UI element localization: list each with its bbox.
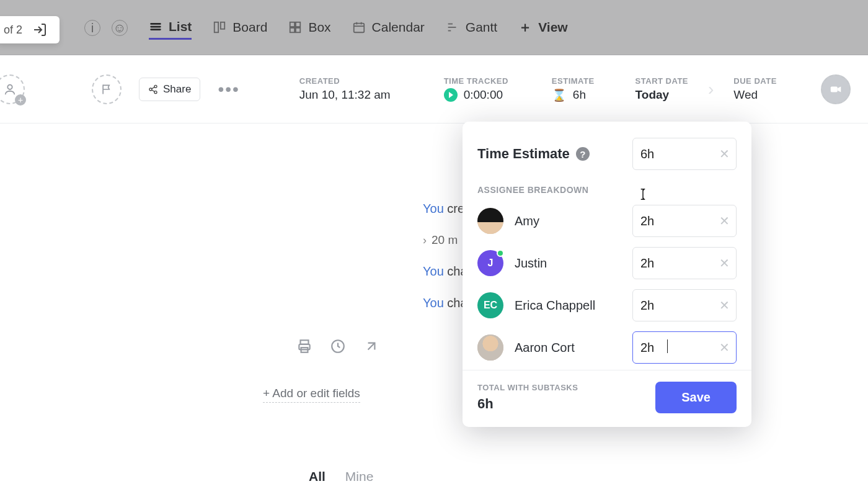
expand-icon[interactable] [363, 338, 379, 354]
clear-icon[interactable]: ✕ [719, 256, 730, 271]
presence-dot [497, 249, 504, 257]
svg-rect-9 [353, 24, 364, 33]
total-label: TOTAL WITH SUBTASKS [477, 383, 578, 392]
start-date-block[interactable]: START DATE Today [636, 76, 688, 102]
assignee-name: Aaron Cort [515, 341, 621, 355]
assignee-row: Amy ✕ [477, 205, 737, 237]
svg-line-20 [152, 87, 155, 89]
tab-board[interactable]: Board [213, 20, 267, 35]
tab-calendar[interactable]: Calendar [352, 20, 425, 35]
video-icon [829, 83, 843, 96]
assignee-name: Justin [515, 256, 621, 271]
clear-icon[interactable]: ✕ [719, 340, 730, 355]
list-icon [149, 20, 162, 34]
text-cursor-icon [636, 187, 650, 201]
svg-rect-5 [290, 22, 294, 27]
user-icon [3, 83, 17, 96]
tab-all[interactable]: All [309, 469, 326, 484]
tab-gantt[interactable]: Gantt [446, 20, 497, 35]
avatar: EC [477, 292, 503, 318]
svg-rect-22 [831, 86, 838, 92]
board-icon [213, 20, 226, 34]
assignee-name: Erica Chappell [515, 298, 621, 313]
pager-text: of 2 [4, 24, 22, 37]
activity-tabs: All Mine [309, 469, 373, 484]
svg-rect-3 [215, 22, 218, 33]
assignees-chip[interactable]: + [0, 74, 25, 104]
clear-icon[interactable]: ✕ [719, 298, 730, 313]
history-icon[interactable] [330, 338, 346, 354]
exit-icon [32, 22, 47, 37]
assignee-input-wrap[interactable]: ✕ [632, 247, 737, 279]
svg-point-18 [149, 88, 152, 91]
chevron-right-icon: › [706, 79, 716, 99]
box-icon [288, 20, 302, 34]
assignee-row: Aaron Cort ✕ [477, 331, 737, 364]
help-icon[interactable]: ? [576, 147, 590, 161]
info-icon[interactable]: i [84, 20, 100, 36]
due-date-block[interactable]: DUE DATE Wed [733, 76, 776, 102]
svg-rect-6 [296, 22, 300, 27]
calendar-icon [352, 20, 366, 34]
total-estimate-input[interactable] [640, 147, 714, 161]
svg-rect-4 [221, 22, 224, 29]
plus-icon: ＋ [518, 18, 532, 37]
more-menu[interactable]: ••• [218, 79, 239, 99]
video-chip[interactable] [821, 74, 851, 104]
add-view[interactable]: ＋ View [518, 18, 567, 37]
assignee-row: J Justin ✕ [477, 247, 737, 279]
breakdown-label: ASSIGNEE BREAKDOWN [477, 185, 737, 195]
svg-point-19 [154, 91, 157, 93]
gantt-icon [446, 20, 459, 34]
avatar [477, 208, 503, 234]
save-button[interactable]: Save [655, 382, 737, 413]
estimate-block[interactable]: ESTIMATE ⌛6h [552, 76, 595, 102]
avatar: J [477, 250, 503, 276]
priority-chip[interactable] [92, 74, 122, 104]
svg-line-21 [152, 90, 155, 92]
tab-box[interactable]: Box [288, 20, 330, 35]
svg-rect-7 [290, 28, 294, 32]
face-icon[interactable]: ☺ [112, 20, 128, 36]
tab-mine[interactable]: Mine [345, 469, 374, 484]
assignee-estimate-input[interactable] [640, 341, 665, 355]
print-icon[interactable] [296, 338, 312, 354]
time-estimate-popover: Time Estimate ? ✕ ASSIGNEE BREAKDOWN Amy… [463, 122, 751, 427]
pager-card[interactable]: of 2 [0, 16, 60, 43]
svg-point-17 [154, 85, 157, 87]
assignee-input-wrap[interactable]: ✕ [632, 331, 737, 364]
assignee-name: Amy [515, 214, 621, 228]
assignee-estimate-input[interactable] [640, 256, 714, 271]
avatar [477, 334, 503, 361]
time-tracked-block[interactable]: TIME TRACKED 0:00:00 [444, 76, 508, 102]
plus-badge-icon: + [15, 94, 26, 105]
svg-point-16 [7, 84, 12, 89]
clear-icon[interactable]: ✕ [719, 146, 730, 161]
add-fields-link[interactable]: + Add or edit fields [263, 387, 360, 403]
total-value: 6h [477, 396, 578, 412]
assignee-row: EC Erica Chappell ✕ [477, 289, 737, 321]
created-block: CREATED Jun 10, 11:32 am [299, 76, 391, 102]
total-estimate-input-wrap[interactable]: ✕ [632, 138, 737, 170]
share-icon [148, 84, 158, 94]
assignee-estimate-input[interactable] [640, 298, 714, 313]
share-button[interactable]: Share [139, 78, 200, 101]
tab-list[interactable]: List [149, 19, 192, 40]
activity-feed: You cre ›20 m You cha You cha [423, 202, 467, 328]
play-icon[interactable] [444, 88, 458, 102]
clear-icon[interactable]: ✕ [719, 213, 730, 228]
assignee-estimate-input[interactable] [640, 214, 714, 228]
assignee-input-wrap[interactable]: ✕ [632, 205, 737, 237]
hourglass-icon: ⌛ [552, 88, 567, 102]
svg-rect-8 [296, 28, 300, 32]
flag-icon [100, 83, 113, 96]
assignee-input-wrap[interactable]: ✕ [632, 289, 737, 321]
popover-title: Time Estimate ? [477, 146, 590, 162]
